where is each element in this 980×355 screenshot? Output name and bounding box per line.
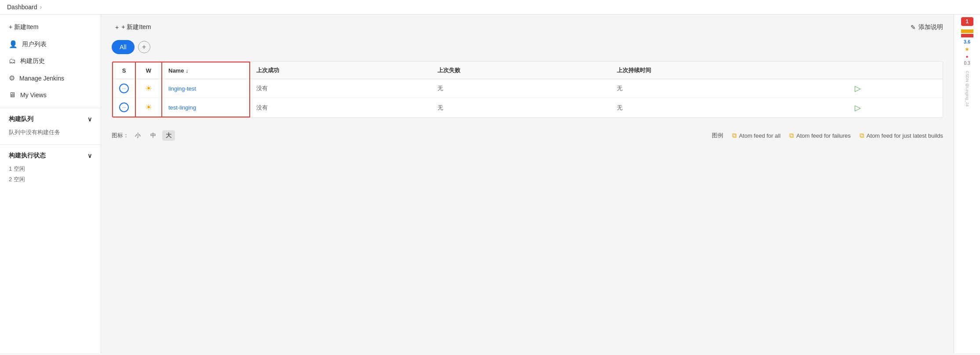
alert-dot: ● (965, 54, 968, 59)
row2-last-failure: 无 (431, 98, 611, 117)
col-header-last-failure: 上次失败 (431, 62, 611, 79)
notification-badge[interactable]: 1 (961, 17, 973, 26)
add-icon: + (115, 24, 119, 31)
sidebar-item-user-list[interactable]: 👤 用户列表 (0, 36, 101, 53)
executor-1: 1 空闲 (9, 165, 92, 173)
add-desc-label: 添加说明 (918, 23, 943, 31)
views-icon: 🖥 (9, 91, 16, 99)
weather-icon: ☀ (145, 84, 152, 93)
col-header-last-duration: 上次持续时间 (611, 62, 849, 79)
row1-weather: ☀ (135, 79, 162, 98)
build-status-collapse-icon: ∨ (87, 152, 92, 159)
bar-orange (961, 29, 973, 33)
add-desc-button[interactable]: ✎ 添加说明 (911, 23, 943, 31)
atom-failures-link[interactable]: ⧉ Atom feed for failures (789, 132, 851, 139)
atom-failures-label: Atom feed for failures (796, 132, 851, 139)
toolbar: + + 新建Item ✎ 添加说明 (112, 22, 943, 33)
row2-weather: ☀ (135, 98, 162, 117)
sub-value: 0.3 (964, 61, 970, 66)
size-small-button[interactable]: 小 (131, 130, 144, 141)
col-header-actions (849, 62, 943, 79)
size-large-button[interactable]: 大 (162, 130, 175, 141)
user-icon: 👤 (9, 40, 18, 48)
bar-red (961, 34, 973, 37)
new-item-label: + 新建Item (9, 23, 38, 31)
job-link-test-linging[interactable]: test-linging (168, 104, 196, 111)
status-icon-run: ··· (119, 84, 129, 93)
executor-2: 2 空闲 (9, 176, 92, 183)
user-list-label: 用户列表 (22, 40, 47, 48)
icon-label: 图标： (112, 132, 129, 139)
my-views-label: My Views (20, 91, 47, 99)
sidebar-item-my-views[interactable]: 🖥 My Views (0, 87, 101, 103)
atom-all-label: Atom feed for all (739, 132, 781, 139)
table-row: ··· ☀ test-linging 没有 无 无 ▷ (113, 98, 943, 117)
table-row: ··· ☀ linging-test 没有 无 无 ▷ (113, 79, 943, 98)
row1-name: linging-test (162, 79, 250, 98)
row2-status: ··· (113, 98, 135, 117)
new-item-toolbar-label: + 新建Item (121, 23, 151, 31)
weather-icon-2: ☀ (145, 103, 152, 112)
build-queue-title[interactable]: 构建队列 ∨ (0, 112, 101, 127)
build-queue-content: 队列中没有构建任务 (0, 127, 101, 140)
col-header-w: W (135, 62, 162, 79)
sidebar-item-manage-jenkins[interactable]: ⚙ Manage Jenkins (0, 70, 101, 87)
build-status-label: 构建执行状态 (9, 152, 46, 160)
dots-icon: ··· (122, 86, 126, 91)
feed-icon-latest: ⧉ (860, 132, 864, 139)
history-icon: 🗂 (9, 57, 16, 65)
legend-label: 图例 (712, 132, 723, 139)
build-status-title[interactable]: 构建执行状态 ∨ (0, 148, 101, 163)
footer-bar: 图标： 小 中 大 图例 ⧉ Atom feed for all ⧉ Atom … (112, 127, 943, 144)
build-status-content: 1 空闲 2 空闲 (0, 163, 101, 187)
table-header-row: S W Name ↓ 上次成功 上次失败 上次持续时间 (113, 62, 943, 79)
breadcrumb-dashboard[interactable]: Dashboard (7, 4, 37, 11)
tabs-bar: All + (112, 40, 943, 54)
run-button-1[interactable]: ▷ (855, 84, 861, 93)
row2-last-success: 没有 (250, 98, 431, 117)
right-panel: 1 3.6 ★ ● 0.3 CSDN @Linging_24 (954, 15, 980, 353)
row2-run-btn[interactable]: ▷ (849, 98, 943, 117)
edit-icon: ✎ (911, 24, 916, 31)
status-icon-run-2: ··· (119, 102, 129, 112)
add-item-button[interactable]: + + 新建Item (112, 22, 154, 33)
build-queue-label: 构建队列 (9, 115, 33, 123)
csdn-label: CSDN @Linging_24 (965, 71, 969, 106)
atom-latest-link[interactable]: ⧉ Atom feed for just latest builds (860, 132, 943, 139)
main-content: + + 新建Item ✎ 添加说明 All + S W Name (101, 15, 954, 353)
build-queue-section: 构建队列 ∨ 队列中没有构建任务 (0, 108, 101, 140)
version-label: 3.6 (964, 39, 970, 44)
jobs-table: S W Name ↓ 上次成功 上次失败 上次持续时间 (112, 62, 943, 117)
build-queue-collapse-icon: ∨ (87, 116, 92, 123)
row1-last-success: 没有 (250, 79, 431, 98)
row1-run-btn[interactable]: ▷ (849, 79, 943, 98)
col-header-s: S (113, 62, 135, 79)
row1-last-duration: 无 (611, 79, 849, 98)
col-header-name: Name ↓ (162, 62, 250, 79)
tab-add-button[interactable]: + (138, 41, 150, 53)
sidebar-item-build-history[interactable]: 🗂 构建历史 (0, 53, 101, 70)
row1-status: ··· (113, 79, 135, 98)
tab-all[interactable]: All (112, 40, 135, 54)
build-queue-empty-label: 队列中没有构建任务 (9, 129, 60, 135)
feed-icon-all: ⧉ (732, 132, 737, 139)
atom-all-link[interactable]: ⧉ Atom feed for all (732, 132, 781, 139)
breadcrumb-bar: Dashboard › (0, 0, 980, 15)
icon-size-selector: 图标： 小 中 大 (112, 130, 175, 141)
build-status-section: 构建执行状态 ∨ 1 空闲 2 空闲 (0, 144, 101, 187)
sidebar: + 新建Item 👤 用户列表 🗂 构建历史 ⚙ Manage Jenkins … (0, 15, 101, 353)
dots-icon-2: ··· (122, 105, 126, 110)
col-header-last-success: 上次成功 (250, 62, 431, 79)
manage-jenkins-label: Manage Jenkins (19, 75, 64, 82)
feed-icon-failures: ⧉ (789, 132, 794, 139)
run-button-2[interactable]: ▷ (855, 103, 861, 113)
row1-last-failure: 无 (431, 79, 611, 98)
gear-icon: ⚙ (9, 74, 15, 82)
size-medium-button[interactable]: 中 (147, 130, 160, 141)
footer-links: 图例 ⧉ Atom feed for all ⧉ Atom feed for f… (712, 132, 943, 139)
breadcrumb-chevron: › (40, 4, 42, 11)
atom-latest-label: Atom feed for just latest builds (867, 132, 943, 139)
job-link-linging-test[interactable]: linging-test (168, 85, 196, 92)
row2-last-duration: 无 (611, 98, 849, 117)
sidebar-item-new-item[interactable]: + 新建Item (0, 19, 101, 36)
